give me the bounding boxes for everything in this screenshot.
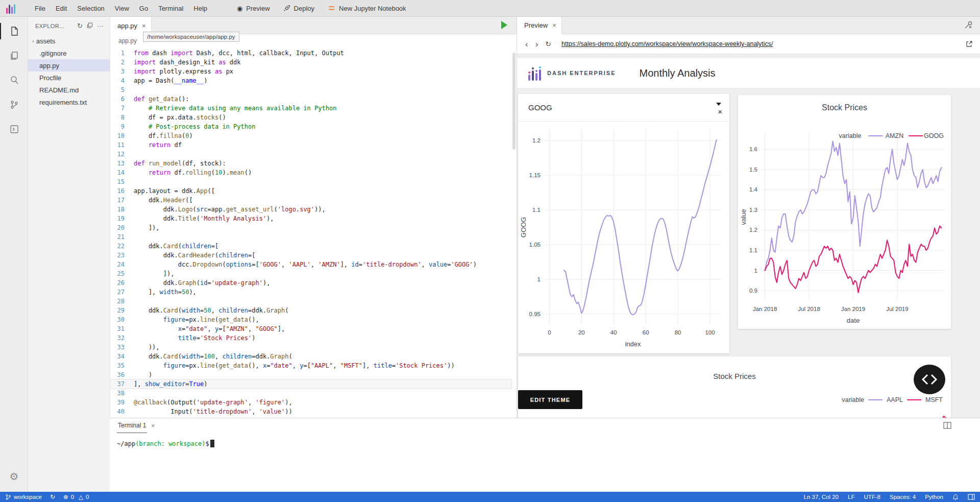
source-control-icon[interactable] bbox=[0, 92, 28, 117]
problems-indicator[interactable]: ⊗0 △0 bbox=[63, 493, 89, 500]
collapse-folders-icon[interactable] bbox=[85, 22, 95, 30]
status-python[interactable]: Python bbox=[925, 494, 943, 500]
code-line-24[interactable]: 24 dcc.Dropdown(options=['GOOG', 'AAPL',… bbox=[110, 260, 511, 269]
url-text[interactable]: https://sales-demo.plotly.com/workspace/… bbox=[561, 40, 961, 47]
file-assets[interactable]: ›assets bbox=[28, 35, 110, 47]
code-line-16[interactable]: 16app.layout = ddk.App([ bbox=[110, 186, 511, 196]
code-line-39[interactable]: 39@callback(Output('update-graph', 'figu… bbox=[110, 398, 511, 407]
file--gitignore[interactable]: .gitignore bbox=[28, 47, 110, 59]
code-line-12[interactable]: 12 bbox=[110, 150, 511, 159]
status-ln[interactable]: Ln 37, Col 20 bbox=[804, 494, 839, 500]
code-line-14[interactable]: 14 return df.rolling(10).mean() bbox=[110, 168, 511, 177]
menu-go[interactable]: Go bbox=[134, 5, 153, 12]
close-icon[interactable]: × bbox=[151, 422, 155, 429]
settings-gear-icon[interactable]: ⚙ bbox=[0, 466, 28, 487]
code-line-37[interactable]: 37], show_editor=True) bbox=[110, 379, 511, 389]
edit-theme-button[interactable]: EDIT THEME bbox=[518, 390, 582, 409]
code-line-10[interactable]: 10 df.fillna(0) bbox=[110, 131, 511, 140]
explorer-icon[interactable] bbox=[0, 19, 28, 43]
code-line-13[interactable]: 13def run_model(df, stock): bbox=[110, 159, 511, 168]
code-line-34[interactable]: 34 ddk.Card(width=100, children=ddk.Grap… bbox=[110, 352, 511, 361]
status-lf[interactable]: LF bbox=[848, 494, 854, 500]
code-line-23[interactable]: 23 ddk.CardHeader(children=[ bbox=[110, 251, 511, 260]
code-line-2[interactable]: 2import dash_design_kit as ddk bbox=[110, 58, 511, 67]
breadcrumb[interactable]: app.py bbox=[110, 34, 137, 47]
stock-prices-chart[interactable]: 0.911.11.21.31.41.51.6Jan 2018Jul 2018Ja… bbox=[738, 95, 951, 329]
file-requirements-txt[interactable]: requirements.txt bbox=[28, 96, 110, 108]
more-actions-icon[interactable]: ··· bbox=[95, 22, 106, 30]
preview-action-button[interactable]: ◉ Preview bbox=[237, 5, 270, 12]
theme-carousel-button[interactable] bbox=[914, 365, 945, 394]
code-line-27[interactable]: 27 ], width=50), bbox=[110, 288, 511, 297]
code-line-6[interactable]: 6def get_data(): bbox=[110, 94, 511, 104]
new-jupyter-notebook-button[interactable]: New Jupyter Notebook bbox=[328, 5, 406, 12]
legend-label-aapl[interactable]: AAPL bbox=[887, 396, 903, 403]
back-icon[interactable]: ‹ bbox=[524, 40, 529, 49]
search-icon[interactable] bbox=[0, 68, 28, 92]
menu-help[interactable]: Help bbox=[188, 5, 212, 12]
code-line-35[interactable]: 35 figure=px.line(get_data(), x="date", … bbox=[110, 361, 511, 370]
reload-icon[interactable]: ↻ bbox=[544, 40, 552, 47]
code-line-4[interactable]: 4app = Dash(__name__) bbox=[110, 76, 511, 85]
close-icon[interactable]: × bbox=[552, 21, 556, 29]
goog-line-chart[interactable]: 0.9511.051.11.151.2020406080100indexGOOG bbox=[518, 123, 727, 352]
code-line-20[interactable]: 20 ]), bbox=[110, 223, 511, 232]
notifications-bell-icon[interactable] bbox=[952, 494, 959, 500]
code-line-17[interactable]: 17 ddk.Header([ bbox=[110, 196, 511, 205]
chevron-down-icon[interactable] bbox=[716, 103, 721, 106]
open-external-icon[interactable] bbox=[966, 40, 973, 47]
code-line-15[interactable]: 15 bbox=[110, 177, 511, 186]
menu-edit[interactable]: Edit bbox=[51, 5, 72, 12]
code-line-28[interactable]: 28 bbox=[110, 297, 511, 306]
code-line-38[interactable]: 38 bbox=[110, 389, 511, 398]
open-editors-icon[interactable] bbox=[0, 43, 28, 68]
refresh-icon[interactable]: ↻ bbox=[75, 22, 85, 30]
tools-icon[interactable] bbox=[964, 20, 973, 30]
code-line-26[interactable]: 26 ddk.Graph(id='update-graph'), bbox=[110, 278, 511, 288]
code-line-25[interactable]: 25 ]), bbox=[110, 269, 511, 278]
code-line-22[interactable]: 22 ddk.Card(children=[ bbox=[110, 242, 511, 251]
code-line-32[interactable]: 32 title='Stock Prices') bbox=[110, 333, 511, 343]
menu-selection[interactable]: Selection bbox=[72, 5, 109, 12]
sync-button[interactable]: ↻ bbox=[50, 493, 55, 500]
code-line-29[interactable]: 29 ddk.Card(width=50, children=ddk.Graph… bbox=[110, 306, 511, 315]
branch-indicator[interactable]: workspace bbox=[5, 494, 42, 500]
split-terminal-icon[interactable] bbox=[943, 422, 951, 429]
code-line-31[interactable]: 31 x="date", y=["AMZN", "GOOG"], bbox=[110, 324, 511, 333]
code-line-21[interactable]: 21 bbox=[110, 232, 511, 242]
code-area[interactable]: 1from dash import Dash, dcc, html, callb… bbox=[110, 49, 511, 418]
tab-terminal-1[interactable]: Terminal 1 bbox=[117, 419, 147, 433]
code-line-7[interactable]: 7 # Retrieve data using any means availa… bbox=[110, 104, 511, 113]
terminal-prompt[interactable]: ~/app (branch: workspace) $ bbox=[117, 440, 214, 447]
tab-preview[interactable]: Preview × bbox=[517, 17, 562, 34]
layout-icon[interactable] bbox=[968, 494, 975, 500]
menu-terminal[interactable]: Terminal bbox=[153, 5, 188, 12]
code-line-18[interactable]: 18 ddk.Logo(src=app.get_asset_url('logo.… bbox=[110, 205, 511, 214]
code-line-36[interactable]: 36 ) bbox=[110, 370, 511, 379]
file-procfile[interactable]: Procfile bbox=[28, 71, 110, 84]
file-app-py[interactable]: app.py bbox=[28, 59, 110, 71]
code-line-40[interactable]: 40 Input('title-dropdown', 'value')) bbox=[110, 407, 511, 416]
code-line-30[interactable]: 30 figure=px.line(get_data(), bbox=[110, 315, 511, 324]
editor-scrollbar[interactable] bbox=[512, 53, 516, 150]
code-line-9[interactable]: 9 # Post-process data in Python bbox=[110, 122, 511, 131]
code-line-3[interactable]: 3import plotly.express as px bbox=[110, 67, 511, 76]
status-spaces[interactable]: Spaces: 4 bbox=[890, 494, 916, 500]
code-line-19[interactable]: 19 ddk.Title('Monthly Analysis'), bbox=[110, 214, 511, 223]
close-icon[interactable]: × bbox=[142, 22, 146, 30]
forward-icon[interactable]: › bbox=[534, 40, 540, 49]
legend-label-msft[interactable]: MSFT bbox=[925, 396, 943, 403]
code-line-11[interactable]: 11 return df bbox=[110, 140, 511, 150]
code-line-33[interactable]: 33 )), bbox=[110, 343, 511, 352]
menu-view[interactable]: View bbox=[110, 5, 134, 12]
run-button[interactable] bbox=[501, 21, 507, 29]
clear-icon[interactable]: × bbox=[718, 107, 722, 116]
code-line-5[interactable]: 5 bbox=[110, 85, 511, 94]
code-line-8[interactable]: 8 df = px.data.stocks() bbox=[110, 113, 511, 122]
file-readme-md[interactable]: README.md bbox=[28, 84, 110, 96]
terminal-panel-icon[interactable] bbox=[0, 117, 28, 141]
menu-file[interactable]: File bbox=[30, 5, 51, 12]
status-utf-8[interactable]: UTF-8 bbox=[864, 494, 880, 500]
title-dropdown[interactable]: GOOG × bbox=[518, 94, 729, 122]
deploy-action-button[interactable]: Deploy bbox=[283, 5, 314, 12]
